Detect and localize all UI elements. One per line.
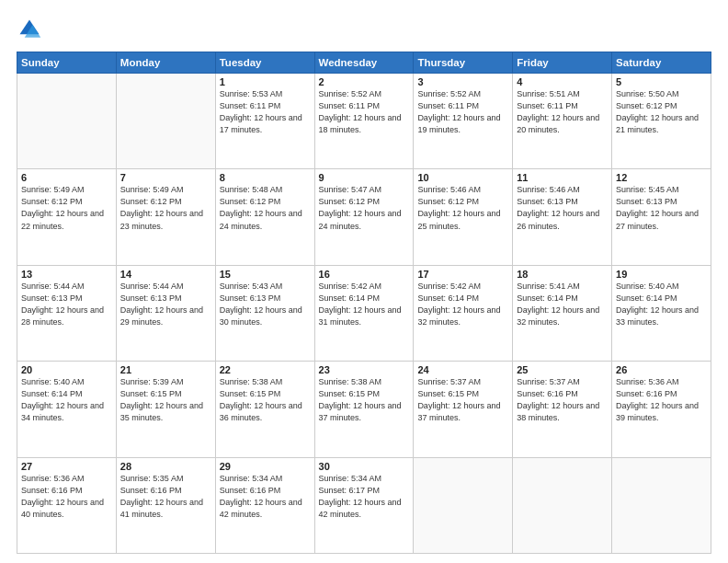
day-number: 16 bbox=[319, 269, 410, 280]
day-info: Sunrise: 5:50 AM Sunset: 6:12 PM Dayligh… bbox=[616, 88, 707, 136]
day-info: Sunrise: 5:42 AM Sunset: 6:14 PM Dayligh… bbox=[417, 281, 508, 328]
day-info: Sunrise: 5:44 AM Sunset: 6:13 PM Dayligh… bbox=[120, 281, 211, 328]
day-number: 23 bbox=[319, 364, 410, 375]
calendar-cell: 22Sunrise: 5:38 AM Sunset: 6:15 PM Dayli… bbox=[215, 362, 314, 457]
page: SundayMondayTuesdayWednesdayThursdayFrid… bbox=[0, 0, 728, 563]
day-number: 18 bbox=[517, 269, 608, 280]
day-number: 17 bbox=[417, 269, 508, 280]
day-number: 30 bbox=[319, 461, 410, 472]
day-info: Sunrise: 5:53 AM Sunset: 6:11 PM Dayligh… bbox=[220, 88, 311, 136]
day-header-wednesday: Wednesday bbox=[314, 52, 414, 74]
day-info: Sunrise: 5:39 AM Sunset: 6:15 PM Dayligh… bbox=[120, 376, 211, 424]
calendar-cell: 18Sunrise: 5:41 AM Sunset: 6:14 PM Dayli… bbox=[513, 265, 612, 361]
calendar-cell bbox=[116, 74, 215, 169]
day-info: Sunrise: 5:38 AM Sunset: 6:15 PM Dayligh… bbox=[220, 376, 311, 424]
calendar-cell: 23Sunrise: 5:38 AM Sunset: 6:15 PM Dayli… bbox=[314, 362, 414, 457]
day-info: Sunrise: 5:40 AM Sunset: 6:14 PM Dayligh… bbox=[21, 376, 112, 424]
header-row: SundayMondayTuesdayWednesdayThursdayFrid… bbox=[17, 52, 711, 74]
calendar-cell: 19Sunrise: 5:40 AM Sunset: 6:14 PM Dayli… bbox=[612, 265, 711, 361]
day-header-monday: Monday bbox=[116, 52, 215, 74]
day-number: 25 bbox=[517, 364, 608, 375]
day-info: Sunrise: 5:35 AM Sunset: 6:16 PM Dayligh… bbox=[120, 473, 211, 521]
calendar-cell: 14Sunrise: 5:44 AM Sunset: 6:13 PM Dayli… bbox=[116, 265, 215, 361]
calendar-header: SundayMondayTuesdayWednesdayThursdayFrid… bbox=[17, 52, 711, 74]
day-info: Sunrise: 5:37 AM Sunset: 6:16 PM Dayligh… bbox=[517, 376, 608, 424]
calendar-cell bbox=[513, 457, 612, 553]
day-info: Sunrise: 5:40 AM Sunset: 6:14 PM Dayligh… bbox=[616, 281, 707, 328]
day-header-sunday: Sunday bbox=[17, 52, 117, 74]
day-header-saturday: Saturday bbox=[612, 52, 711, 74]
day-info: Sunrise: 5:49 AM Sunset: 6:12 PM Dayligh… bbox=[21, 184, 112, 232]
header bbox=[17, 17, 711, 42]
day-info: Sunrise: 5:46 AM Sunset: 6:13 PM Dayligh… bbox=[517, 184, 608, 232]
week-row-3: 20Sunrise: 5:40 AM Sunset: 6:14 PM Dayli… bbox=[17, 362, 711, 457]
calendar-cell: 30Sunrise: 5:34 AM Sunset: 6:17 PM Dayli… bbox=[314, 457, 414, 553]
week-row-0: 1Sunrise: 5:53 AM Sunset: 6:11 PM Daylig… bbox=[17, 74, 711, 169]
day-number: 6 bbox=[21, 172, 112, 183]
day-number: 19 bbox=[616, 269, 707, 280]
day-info: Sunrise: 5:43 AM Sunset: 6:13 PM Dayligh… bbox=[220, 281, 311, 328]
day-info: Sunrise: 5:36 AM Sunset: 6:16 PM Dayligh… bbox=[616, 376, 707, 424]
calendar-cell bbox=[612, 457, 711, 553]
calendar-cell: 12Sunrise: 5:45 AM Sunset: 6:13 PM Dayli… bbox=[612, 169, 711, 265]
day-info: Sunrise: 5:42 AM Sunset: 6:14 PM Dayligh… bbox=[319, 281, 410, 328]
day-number: 26 bbox=[616, 364, 707, 375]
day-number: 20 bbox=[21, 364, 112, 375]
calendar-cell: 11Sunrise: 5:46 AM Sunset: 6:13 PM Dayli… bbox=[513, 169, 612, 265]
day-number: 1 bbox=[220, 76, 311, 87]
day-number: 15 bbox=[220, 269, 311, 280]
calendar-cell: 24Sunrise: 5:37 AM Sunset: 6:15 PM Dayli… bbox=[414, 362, 513, 457]
day-header-thursday: Thursday bbox=[414, 52, 513, 74]
day-info: Sunrise: 5:46 AM Sunset: 6:12 PM Dayligh… bbox=[417, 184, 508, 232]
week-row-2: 13Sunrise: 5:44 AM Sunset: 6:13 PM Dayli… bbox=[17, 265, 711, 361]
day-info: Sunrise: 5:38 AM Sunset: 6:15 PM Dayligh… bbox=[319, 376, 410, 424]
day-number: 14 bbox=[120, 269, 211, 280]
day-number: 8 bbox=[220, 172, 311, 183]
day-number: 22 bbox=[220, 364, 311, 375]
calendar: SundayMondayTuesdayWednesdayThursdayFrid… bbox=[17, 52, 711, 554]
calendar-cell: 2Sunrise: 5:52 AM Sunset: 6:11 PM Daylig… bbox=[314, 74, 414, 169]
calendar-cell: 21Sunrise: 5:39 AM Sunset: 6:15 PM Dayli… bbox=[116, 362, 215, 457]
day-info: Sunrise: 5:49 AM Sunset: 6:12 PM Dayligh… bbox=[120, 184, 211, 232]
day-number: 7 bbox=[120, 172, 211, 183]
calendar-cell: 8Sunrise: 5:48 AM Sunset: 6:12 PM Daylig… bbox=[215, 169, 314, 265]
day-number: 4 bbox=[517, 76, 608, 87]
day-info: Sunrise: 5:34 AM Sunset: 6:17 PM Dayligh… bbox=[319, 473, 410, 521]
day-number: 11 bbox=[517, 172, 608, 183]
calendar-cell: 6Sunrise: 5:49 AM Sunset: 6:12 PM Daylig… bbox=[17, 169, 117, 265]
day-info: Sunrise: 5:36 AM Sunset: 6:16 PM Dayligh… bbox=[21, 473, 112, 521]
day-number: 5 bbox=[616, 76, 707, 87]
day-info: Sunrise: 5:52 AM Sunset: 6:11 PM Dayligh… bbox=[417, 88, 508, 136]
calendar-cell: 13Sunrise: 5:44 AM Sunset: 6:13 PM Dayli… bbox=[17, 265, 117, 361]
calendar-cell: 9Sunrise: 5:47 AM Sunset: 6:12 PM Daylig… bbox=[314, 169, 414, 265]
calendar-cell: 7Sunrise: 5:49 AM Sunset: 6:12 PM Daylig… bbox=[116, 169, 215, 265]
week-row-1: 6Sunrise: 5:49 AM Sunset: 6:12 PM Daylig… bbox=[17, 169, 711, 265]
calendar-cell: 5Sunrise: 5:50 AM Sunset: 6:12 PM Daylig… bbox=[612, 74, 711, 169]
day-info: Sunrise: 5:44 AM Sunset: 6:13 PM Dayligh… bbox=[21, 281, 112, 328]
calendar-cell: 3Sunrise: 5:52 AM Sunset: 6:11 PM Daylig… bbox=[414, 74, 513, 169]
day-number: 2 bbox=[319, 76, 410, 87]
day-info: Sunrise: 5:47 AM Sunset: 6:12 PM Dayligh… bbox=[319, 184, 410, 232]
calendar-cell: 16Sunrise: 5:42 AM Sunset: 6:14 PM Dayli… bbox=[314, 265, 414, 361]
calendar-cell: 4Sunrise: 5:51 AM Sunset: 6:11 PM Daylig… bbox=[513, 74, 612, 169]
calendar-cell: 26Sunrise: 5:36 AM Sunset: 6:16 PM Dayli… bbox=[612, 362, 711, 457]
calendar-cell: 17Sunrise: 5:42 AM Sunset: 6:14 PM Dayli… bbox=[414, 265, 513, 361]
day-number: 29 bbox=[220, 461, 311, 472]
day-number: 3 bbox=[417, 76, 508, 87]
calendar-cell: 15Sunrise: 5:43 AM Sunset: 6:13 PM Dayli… bbox=[215, 265, 314, 361]
calendar-cell: 29Sunrise: 5:34 AM Sunset: 6:16 PM Dayli… bbox=[215, 457, 314, 553]
day-info: Sunrise: 5:41 AM Sunset: 6:14 PM Dayligh… bbox=[517, 281, 608, 328]
calendar-cell bbox=[414, 457, 513, 553]
calendar-body: 1Sunrise: 5:53 AM Sunset: 6:11 PM Daylig… bbox=[17, 74, 711, 554]
calendar-cell: 10Sunrise: 5:46 AM Sunset: 6:12 PM Dayli… bbox=[414, 169, 513, 265]
day-number: 13 bbox=[21, 269, 112, 280]
calendar-cell: 20Sunrise: 5:40 AM Sunset: 6:14 PM Dayli… bbox=[17, 362, 117, 457]
day-info: Sunrise: 5:45 AM Sunset: 6:13 PM Dayligh… bbox=[616, 184, 707, 232]
logo bbox=[17, 17, 46, 42]
calendar-cell: 27Sunrise: 5:36 AM Sunset: 6:16 PM Dayli… bbox=[17, 457, 117, 553]
day-number: 24 bbox=[417, 364, 508, 375]
day-number: 28 bbox=[120, 461, 211, 472]
day-header-tuesday: Tuesday bbox=[215, 52, 314, 74]
day-info: Sunrise: 5:37 AM Sunset: 6:15 PM Dayligh… bbox=[417, 376, 508, 424]
day-number: 9 bbox=[319, 172, 410, 183]
